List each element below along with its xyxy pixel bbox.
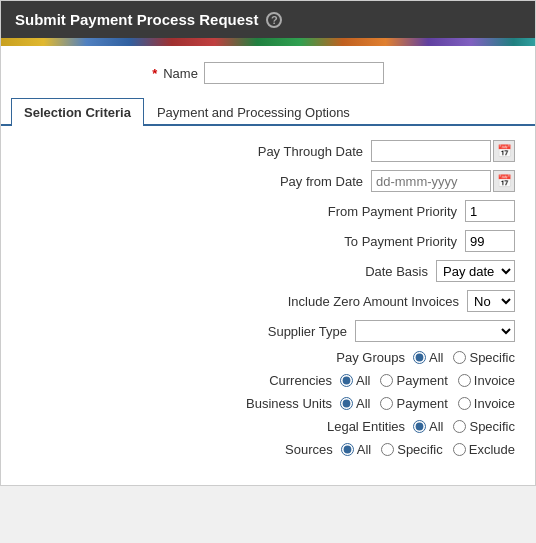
sources-row: Sources All Specific Exclude — [21, 442, 515, 457]
include-zero-amount-select[interactable]: No Yes — [467, 290, 515, 312]
title-bar: Submit Payment Process Request ? — [1, 1, 535, 38]
business-units-invoice-radio[interactable] — [458, 397, 471, 410]
legal-entities-all-radio[interactable] — [413, 420, 426, 433]
pay-through-date-input[interactable] — [371, 140, 491, 162]
main-window: Submit Payment Process Request ? * Name … — [0, 0, 536, 486]
pay-groups-options: All Specific — [413, 350, 515, 365]
pay-groups-all-label: All — [429, 350, 443, 365]
pay-from-date-row: Pay from Date 📅 — [21, 170, 515, 192]
currencies-label: Currencies — [162, 373, 332, 388]
currencies-payment-radio[interactable] — [380, 374, 393, 387]
business-units-options: All Payment Invoice — [340, 396, 515, 411]
pay-groups-specific-label: Specific — [469, 350, 515, 365]
currencies-options: All Payment Invoice — [340, 373, 515, 388]
tabs-bar: Selection Criteria Payment and Processin… — [1, 98, 535, 126]
legal-entities-row: Legal Entities All Specific — [21, 419, 515, 434]
legal-entities-all-label: All — [429, 419, 443, 434]
to-payment-priority-row: To Payment Priority — [21, 230, 515, 252]
help-icon[interactable]: ? — [266, 12, 282, 28]
pay-groups-specific-option: Specific — [453, 350, 515, 365]
business-units-all-option: All — [340, 396, 370, 411]
sources-label: Sources — [163, 442, 333, 457]
pay-through-date-calendar-icon[interactable]: 📅 — [493, 140, 515, 162]
supplier-type-select[interactable] — [355, 320, 515, 342]
sources-exclude-radio[interactable] — [453, 443, 466, 456]
date-basis-label: Date Basis — [258, 264, 428, 279]
pay-from-date-field: 📅 — [371, 170, 515, 192]
sources-exclude-option: Exclude — [453, 442, 515, 457]
currencies-payment-option: Payment — [380, 373, 447, 388]
business-units-payment-option: Payment — [380, 396, 447, 411]
pay-groups-all-option: All — [413, 350, 443, 365]
pay-from-date-input[interactable] — [371, 170, 491, 192]
legal-entities-label: Legal Entities — [235, 419, 405, 434]
legal-entities-specific-option: Specific — [453, 419, 515, 434]
to-payment-priority-label: To Payment Priority — [287, 234, 457, 249]
sources-all-label: All — [357, 442, 371, 457]
sources-exclude-label: Exclude — [469, 442, 515, 457]
legal-entities-specific-label: Specific — [469, 419, 515, 434]
pay-through-date-field: 📅 — [371, 140, 515, 162]
currencies-all-label: All — [356, 373, 370, 388]
business-units-invoice-label: Invoice — [474, 396, 515, 411]
pay-from-date-label: Pay from Date — [193, 174, 363, 189]
supplier-type-row: Supplier Type — [21, 320, 515, 342]
legal-entities-specific-radio[interactable] — [453, 420, 466, 433]
tab-content: Pay Through Date 📅 Pay from Date 📅 From … — [1, 126, 535, 485]
currencies-all-radio[interactable] — [340, 374, 353, 387]
sources-specific-label: Specific — [397, 442, 443, 457]
sources-options: All Specific Exclude — [341, 442, 515, 457]
include-zero-amount-label: Include Zero Amount Invoices — [288, 294, 459, 309]
pay-groups-label: Pay Groups — [235, 350, 405, 365]
business-units-all-radio[interactable] — [340, 397, 353, 410]
currencies-payment-label: Payment — [396, 373, 447, 388]
from-payment-priority-input[interactable] — [465, 200, 515, 222]
name-row: * Name — [1, 46, 535, 92]
date-basis-select[interactable]: Pay date Due date — [436, 260, 515, 282]
from-payment-priority-row: From Payment Priority — [21, 200, 515, 222]
legal-entities-options: All Specific — [413, 419, 515, 434]
pay-from-date-calendar-icon[interactable]: 📅 — [493, 170, 515, 192]
business-units-label: Business Units — [162, 396, 332, 411]
legal-entities-all-option: All — [413, 419, 443, 434]
pay-groups-row: Pay Groups All Specific — [21, 350, 515, 365]
supplier-type-label: Supplier Type — [177, 324, 347, 339]
currencies-invoice-option: Invoice — [458, 373, 515, 388]
business-units-payment-label: Payment — [396, 396, 447, 411]
tab-selection-criteria[interactable]: Selection Criteria — [11, 98, 144, 126]
from-payment-priority-label: From Payment Priority — [287, 204, 457, 219]
tab-payment-processing[interactable]: Payment and Processing Options — [144, 98, 363, 126]
pay-groups-all-radio[interactable] — [413, 351, 426, 364]
pay-through-date-label: Pay Through Date — [193, 144, 363, 159]
currencies-all-option: All — [340, 373, 370, 388]
business-units-row: Business Units All Payment Invoice — [21, 396, 515, 411]
business-units-payment-radio[interactable] — [380, 397, 393, 410]
business-units-all-label: All — [356, 396, 370, 411]
sources-specific-radio[interactable] — [381, 443, 394, 456]
name-input[interactable] — [204, 62, 384, 84]
required-marker: * — [152, 66, 157, 81]
sources-all-option: All — [341, 442, 371, 457]
currencies-invoice-label: Invoice — [474, 373, 515, 388]
currencies-invoice-radio[interactable] — [458, 374, 471, 387]
date-basis-row: Date Basis Pay date Due date — [21, 260, 515, 282]
pay-through-date-row: Pay Through Date 📅 — [21, 140, 515, 162]
decorative-bar — [1, 38, 535, 46]
sources-specific-option: Specific — [381, 442, 443, 457]
sources-all-radio[interactable] — [341, 443, 354, 456]
currencies-row: Currencies All Payment Invoice — [21, 373, 515, 388]
window-title: Submit Payment Process Request — [15, 11, 258, 28]
pay-groups-specific-radio[interactable] — [453, 351, 466, 364]
name-label: Name — [163, 66, 198, 81]
business-units-invoice-option: Invoice — [458, 396, 515, 411]
include-zero-amount-row: Include Zero Amount Invoices No Yes — [21, 290, 515, 312]
to-payment-priority-input[interactable] — [465, 230, 515, 252]
